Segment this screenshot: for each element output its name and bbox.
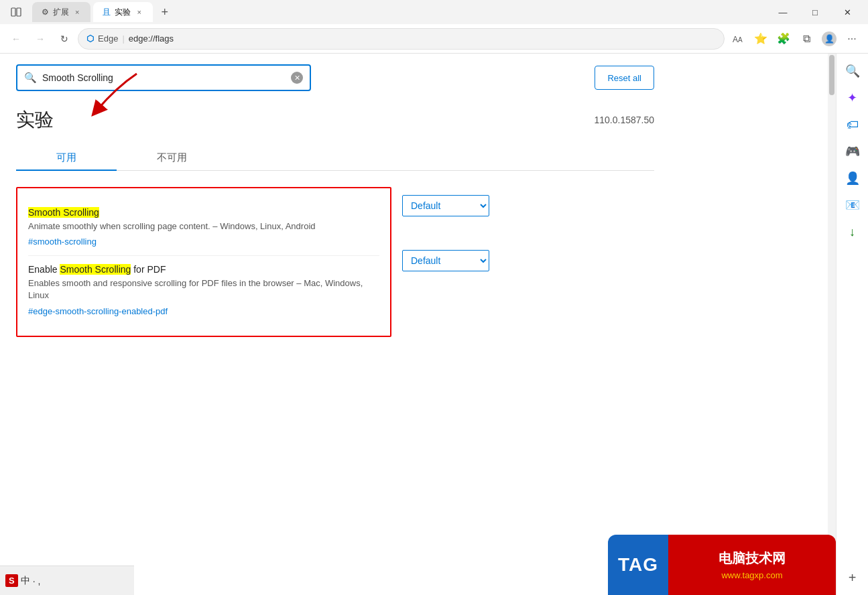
page-title: 实验 bbox=[16, 107, 54, 133]
taskbar: S 中 · , bbox=[0, 566, 134, 595]
watermark-tag-text: TAG bbox=[618, 554, 658, 576]
flag-info: Smooth Scrolling Animate smoothly when s… bbox=[28, 207, 379, 247]
taskbar-char-comma: , bbox=[38, 576, 41, 586]
flag-desc-2: Enables smooth and responsive scrolling … bbox=[28, 277, 379, 302]
svg-rect-1 bbox=[17, 8, 21, 16]
watermark-info: 电脑技术网 www.tagxp.com bbox=[668, 535, 836, 595]
watermark-url: www.tagxp.com bbox=[721, 570, 782, 580]
sidebar-search-icon[interactable]: 🔍 bbox=[841, 59, 865, 83]
tabs-row: 可用 不可用 bbox=[16, 146, 654, 171]
sougou-icon[interactable]: S bbox=[5, 574, 18, 587]
svg-text:A: A bbox=[738, 36, 743, 44]
tab-extensions-close[interactable]: × bbox=[73, 7, 81, 17]
address-text: edge://flags bbox=[129, 34, 174, 44]
flag-link-1[interactable]: #smooth-scrolling bbox=[28, 237, 97, 247]
flag-controls: Default Enabled Disabled Default Enabled… bbox=[402, 187, 489, 271]
search-bar[interactable]: 🔍 ✕ bbox=[16, 64, 311, 91]
sidebar-tag-icon[interactable]: 🏷 bbox=[841, 113, 865, 137]
watermark: TAG 电脑技术网 www.tagxp.com bbox=[608, 535, 836, 595]
extensions-icon[interactable]: 🧩 bbox=[773, 28, 794, 50]
collections-icon[interactable]: ⧉ bbox=[796, 28, 817, 50]
sidebar-person-icon[interactable]: 👤 bbox=[841, 166, 865, 190]
more-menu-icon[interactable]: ··· bbox=[841, 28, 863, 50]
tab-extensions-label: 扩展 bbox=[53, 7, 69, 18]
page-header: 实验 110.0.1587.50 bbox=[16, 107, 654, 133]
taskbar-char-zhong: 中 bbox=[21, 575, 30, 587]
sidebar-toggle-btn[interactable] bbox=[5, 1, 27, 23]
watermark-chinese: 电脑技术网 bbox=[719, 549, 786, 568]
flag-title-highlight-2: Smooth Scrolling bbox=[60, 264, 131, 275]
flag-info-2: Enable Smooth Scrolling for PDF Enables … bbox=[28, 264, 379, 316]
extensions-tab-icon: ⚙ bbox=[42, 7, 49, 17]
maximize-button[interactable]: □ bbox=[800, 0, 830, 24]
main-content: 🔍 ✕ Reset all 实验 110.0.1587.50 bbox=[0, 54, 828, 595]
search-clear-button[interactable]: ✕ bbox=[291, 72, 303, 84]
back-button[interactable]: ← bbox=[5, 28, 27, 50]
navbar: ← → ↻ ⬡ Edge | edge://flags A A ⭐ 🧩 ⧉ 👤 … bbox=[0, 24, 868, 54]
sidebar-games-icon[interactable]: 🎮 bbox=[841, 139, 865, 163]
tab-experiments-label: 实验 bbox=[115, 7, 131, 18]
address-bar[interactable]: ⬡ Edge | edge://flags bbox=[78, 28, 725, 50]
results-highlight-box: Smooth Scrolling Animate smoothly when s… bbox=[16, 187, 391, 337]
svg-rect-0 bbox=[11, 8, 15, 16]
flag-item: Smooth Scrolling Animate smoothly when s… bbox=[28, 199, 379, 255]
flags-page: 🔍 ✕ Reset all 实验 110.0.1587.50 bbox=[0, 54, 670, 348]
experiments-tab-icon: 且 bbox=[103, 7, 111, 18]
address-separator: | bbox=[122, 34, 124, 44]
minimize-button[interactable]: — bbox=[767, 0, 798, 24]
sidebar-sparkle-icon[interactable]: ✦ bbox=[841, 86, 865, 110]
tab-experiments-close[interactable]: × bbox=[135, 7, 143, 17]
version-text: 110.0.1587.50 bbox=[594, 115, 654, 125]
sidebar-right: 🔍 ✦ 🏷 🎮 👤 📧 ↓ + bbox=[836, 54, 868, 595]
flag-select-1[interactable]: Default Enabled Disabled bbox=[402, 195, 489, 216]
new-tab-button[interactable]: + bbox=[156, 3, 174, 21]
flag-link-2[interactable]: #edge-smooth-scrolling-enabled-pdf bbox=[28, 306, 168, 316]
sidebar-add-button[interactable]: + bbox=[841, 566, 865, 590]
titlebar: ⚙ 扩展 × 且 实验 × + — □ ✕ bbox=[0, 0, 868, 24]
scrollbar-track[interactable] bbox=[828, 54, 836, 595]
flag-title-before-2: Enable bbox=[28, 264, 60, 275]
watermark-tag-bg: TAG bbox=[608, 535, 668, 595]
toolbar-icons: A A ⭐ 🧩 ⧉ 👤 ··· bbox=[727, 28, 863, 50]
sidebar-outlook-icon[interactable]: 📧 bbox=[841, 193, 865, 217]
flag-title-highlight-1: Smooth Scrolling bbox=[28, 207, 99, 218]
tab-unavailable[interactable]: 不可用 bbox=[117, 146, 227, 171]
search-input[interactable] bbox=[42, 72, 286, 83]
svg-text:A: A bbox=[733, 35, 738, 44]
flag-title-2: Enable Smooth Scrolling for PDF bbox=[28, 264, 379, 275]
tab-extensions[interactable]: ⚙ 扩展 × bbox=[32, 2, 90, 22]
forward-button[interactable]: → bbox=[29, 28, 51, 50]
window-controls: — □ ✕ bbox=[767, 0, 863, 24]
taskbar-char-dot: · bbox=[33, 576, 36, 586]
refresh-button[interactable]: ↻ bbox=[54, 28, 75, 50]
flag-select-2[interactable]: Default Enabled Disabled bbox=[402, 250, 489, 271]
sidebar-download-icon[interactable]: ↓ bbox=[841, 220, 865, 244]
browser-label: Edge bbox=[98, 34, 118, 44]
search-bar-row: 🔍 ✕ Reset all bbox=[16, 64, 654, 91]
search-icon: 🔍 bbox=[24, 72, 37, 84]
flag-title-after-2: for PDF bbox=[131, 264, 166, 275]
flag-desc-1: Animate smoothly when scrolling page con… bbox=[28, 220, 379, 233]
favorites-icon[interactable]: ⭐ bbox=[750, 28, 771, 50]
tab-available[interactable]: 可用 bbox=[16, 146, 117, 171]
scrollbar-thumb[interactable] bbox=[829, 55, 834, 95]
reset-all-button[interactable]: Reset all bbox=[595, 66, 654, 90]
flag-title-1: Smooth Scrolling bbox=[28, 207, 379, 218]
profile-icon[interactable]: 👤 bbox=[818, 28, 840, 50]
close-button[interactable]: ✕ bbox=[832, 0, 863, 24]
tab-experiments[interactable]: 且 实验 × bbox=[93, 2, 152, 22]
edge-logo: ⬡ bbox=[86, 34, 94, 44]
read-aloud-icon[interactable]: A A bbox=[727, 28, 749, 50]
flag-item-2: Enable Smooth Scrolling for PDF Enables … bbox=[28, 255, 379, 324]
